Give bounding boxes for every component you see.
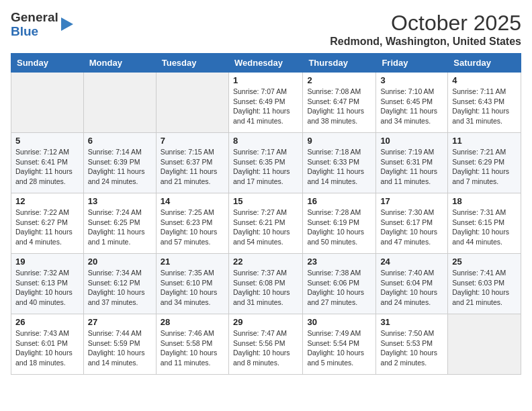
day-number: 23 — [307, 257, 371, 267]
day-number: 11 — [452, 136, 517, 146]
day-info: Sunrise: 7:19 AM Sunset: 6:31 PM Dayligh… — [380, 147, 443, 187]
week-row-4: 26Sunrise: 7:43 AM Sunset: 6:01 PM Dayli… — [11, 314, 521, 375]
day-number: 17 — [380, 196, 443, 206]
day-info: Sunrise: 7:43 AM Sunset: 6:01 PM Dayligh… — [15, 328, 79, 368]
day-info: Sunrise: 7:35 AM Sunset: 6:10 PM Dayligh… — [161, 268, 224, 308]
calendar-cell: 13Sunrise: 7:24 AM Sunset: 6:25 PM Dayli… — [83, 193, 156, 254]
calendar-cell: 29Sunrise: 7:47 AM Sunset: 5:56 PM Dayli… — [228, 314, 302, 375]
calendar-cell: 1Sunrise: 7:07 AM Sunset: 6:49 PM Daylig… — [228, 73, 302, 133]
day-info: Sunrise: 7:30 AM Sunset: 6:17 PM Dayligh… — [380, 208, 443, 247]
calendar-cell: 30Sunrise: 7:49 AM Sunset: 5:54 PM Dayli… — [303, 314, 376, 375]
calendar-cell: 26Sunrise: 7:43 AM Sunset: 6:01 PM Dayli… — [11, 314, 84, 375]
calendar-cell — [448, 314, 521, 375]
title-section: October 2025 Redmond, Washington, United… — [330, 11, 521, 48]
day-number: 14 — [161, 196, 224, 206]
day-number: 7 — [161, 136, 224, 146]
day-number: 18 — [452, 196, 517, 206]
calendar-cell — [11, 73, 84, 133]
day-number: 3 — [380, 75, 443, 85]
calendar-cell: 12Sunrise: 7:22 AM Sunset: 6:27 PM Dayli… — [11, 193, 84, 254]
calendar-cell: 21Sunrise: 7:35 AM Sunset: 6:10 PM Dayli… — [156, 254, 228, 314]
day-number: 13 — [88, 196, 152, 206]
calendar-cell: 10Sunrise: 7:19 AM Sunset: 6:31 PM Dayli… — [376, 133, 448, 193]
day-info: Sunrise: 7:38 AM Sunset: 6:06 PM Dayligh… — [307, 268, 371, 308]
day-number: 9 — [307, 136, 371, 146]
calendar-cell: 16Sunrise: 7:28 AM Sunset: 6:19 PM Dayli… — [303, 193, 376, 254]
day-number: 29 — [233, 317, 298, 327]
week-row-2: 12Sunrise: 7:22 AM Sunset: 6:27 PM Dayli… — [11, 193, 521, 254]
week-row-1: 5Sunrise: 7:12 AM Sunset: 6:41 PM Daylig… — [11, 133, 521, 193]
day-number: 20 — [88, 257, 152, 267]
weekday-header-thursday: Thursday — [303, 54, 376, 73]
day-info: Sunrise: 7:46 AM Sunset: 5:58 PM Dayligh… — [161, 328, 224, 368]
day-number: 25 — [452, 257, 517, 267]
weekday-header-sunday: Sunday — [11, 54, 84, 73]
day-info: Sunrise: 7:49 AM Sunset: 5:54 PM Dayligh… — [307, 328, 371, 368]
day-number: 8 — [233, 136, 298, 146]
day-number: 10 — [380, 136, 443, 146]
day-info: Sunrise: 7:44 AM Sunset: 5:59 PM Dayligh… — [88, 328, 152, 368]
day-number: 19 — [15, 257, 79, 267]
day-info: Sunrise: 7:08 AM Sunset: 6:47 PM Dayligh… — [307, 87, 371, 126]
weekday-header-saturday: Saturday — [448, 54, 521, 73]
day-number: 30 — [307, 317, 371, 327]
day-number: 31 — [380, 317, 443, 327]
day-number: 6 — [88, 136, 152, 146]
calendar-cell: 22Sunrise: 7:37 AM Sunset: 6:08 PM Dayli… — [228, 254, 302, 314]
day-info: Sunrise: 7:07 AM Sunset: 6:49 PM Dayligh… — [233, 87, 298, 126]
calendar-cell — [156, 73, 228, 133]
day-info: Sunrise: 7:37 AM Sunset: 6:08 PM Dayligh… — [233, 268, 298, 308]
calendar-cell: 27Sunrise: 7:44 AM Sunset: 5:59 PM Dayli… — [83, 314, 156, 375]
day-number: 26 — [15, 317, 79, 327]
weekday-header-tuesday: Tuesday — [156, 54, 228, 73]
calendar-cell: 31Sunrise: 7:50 AM Sunset: 5:53 PM Dayli… — [376, 314, 448, 375]
day-number: 15 — [233, 196, 298, 206]
svg-marker-0 — [61, 17, 73, 31]
day-info: Sunrise: 7:41 AM Sunset: 6:03 PM Dayligh… — [452, 268, 517, 308]
calendar-header-row: SundayMondayTuesdayWednesdayThursdayFrid… — [11, 54, 521, 73]
calendar-cell: 9Sunrise: 7:18 AM Sunset: 6:33 PM Daylig… — [303, 133, 376, 193]
day-info: Sunrise: 7:31 AM Sunset: 6:15 PM Dayligh… — [452, 208, 517, 247]
day-number: 21 — [161, 257, 224, 267]
calendar-cell: 8Sunrise: 7:17 AM Sunset: 6:35 PM Daylig… — [228, 133, 302, 193]
logo: General Blue — [11, 11, 73, 39]
calendar-cell: 6Sunrise: 7:14 AM Sunset: 6:39 PM Daylig… — [83, 133, 156, 193]
calendar-body: 1Sunrise: 7:07 AM Sunset: 6:49 PM Daylig… — [11, 73, 521, 375]
calendar-cell: 7Sunrise: 7:15 AM Sunset: 6:37 PM Daylig… — [156, 133, 228, 193]
header: General Blue October 2025 Redmond, Washi… — [11, 11, 521, 48]
day-info: Sunrise: 7:34 AM Sunset: 6:12 PM Dayligh… — [88, 268, 152, 308]
day-number: 12 — [15, 196, 79, 206]
logo-general: General — [11, 11, 58, 25]
week-row-3: 19Sunrise: 7:32 AM Sunset: 6:13 PM Dayli… — [11, 254, 521, 314]
calendar-cell — [83, 73, 156, 133]
weekday-header-monday: Monday — [83, 54, 156, 73]
day-number: 28 — [161, 317, 224, 327]
day-info: Sunrise: 7:10 AM Sunset: 6:45 PM Dayligh… — [380, 87, 443, 126]
day-info: Sunrise: 7:14 AM Sunset: 6:39 PM Dayligh… — [88, 147, 152, 187]
day-number: 1 — [233, 75, 298, 85]
day-info: Sunrise: 7:27 AM Sunset: 6:21 PM Dayligh… — [233, 208, 298, 247]
day-info: Sunrise: 7:47 AM Sunset: 5:56 PM Dayligh… — [233, 328, 298, 368]
calendar-cell: 17Sunrise: 7:30 AM Sunset: 6:17 PM Dayli… — [376, 193, 448, 254]
calendar-cell: 14Sunrise: 7:25 AM Sunset: 6:23 PM Dayli… — [156, 193, 228, 254]
day-info: Sunrise: 7:12 AM Sunset: 6:41 PM Dayligh… — [15, 147, 79, 187]
month-title: October 2025 — [330, 11, 521, 36]
calendar-cell: 15Sunrise: 7:27 AM Sunset: 6:21 PM Dayli… — [228, 193, 302, 254]
day-info: Sunrise: 7:18 AM Sunset: 6:33 PM Dayligh… — [307, 147, 371, 187]
week-row-0: 1Sunrise: 7:07 AM Sunset: 6:49 PM Daylig… — [11, 73, 521, 133]
day-info: Sunrise: 7:28 AM Sunset: 6:19 PM Dayligh… — [307, 208, 371, 247]
day-info: Sunrise: 7:21 AM Sunset: 6:29 PM Dayligh… — [452, 147, 517, 187]
day-info: Sunrise: 7:11 AM Sunset: 6:43 PM Dayligh… — [452, 87, 517, 126]
day-number: 27 — [88, 317, 152, 327]
day-number: 4 — [452, 75, 517, 85]
calendar-cell: 23Sunrise: 7:38 AM Sunset: 6:06 PM Dayli… — [303, 254, 376, 314]
calendar: SundayMondayTuesdayWednesdayThursdayFrid… — [11, 53, 521, 375]
calendar-cell: 3Sunrise: 7:10 AM Sunset: 6:45 PM Daylig… — [376, 73, 448, 133]
calendar-cell: 4Sunrise: 7:11 AM Sunset: 6:43 PM Daylig… — [448, 73, 521, 133]
day-info: Sunrise: 7:40 AM Sunset: 6:04 PM Dayligh… — [380, 268, 443, 308]
calendar-cell: 11Sunrise: 7:21 AM Sunset: 6:29 PM Dayli… — [448, 133, 521, 193]
day-info: Sunrise: 7:15 AM Sunset: 6:37 PM Dayligh… — [161, 147, 224, 187]
logo-blue: Blue — [11, 25, 58, 39]
logo-arrow-icon — [61, 17, 73, 31]
weekday-header-wednesday: Wednesday — [228, 54, 302, 73]
